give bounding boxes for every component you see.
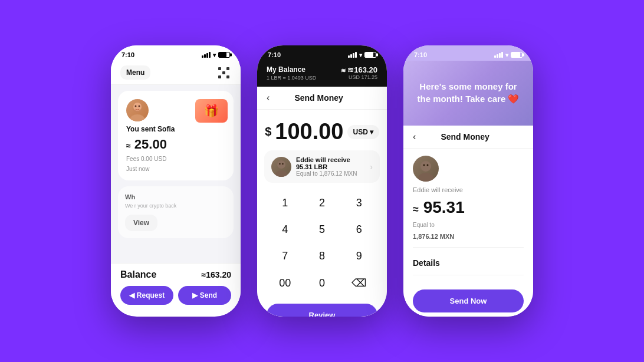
view-button[interactable]: View xyxy=(125,215,157,231)
battery-icon-2 xyxy=(364,52,376,58)
status-icons-2: ▾ xyxy=(348,52,376,58)
amount-section: $ 100.00 USD ▾ xyxy=(257,110,387,150)
svg-point-8 xyxy=(282,163,283,164)
phone3-nav: ‹ Send Money xyxy=(403,126,533,149)
balance-row: Balance ≈163.20 xyxy=(120,269,231,280)
status-bar-1: 7:10 ▾ xyxy=(111,45,241,61)
num-key-1[interactable]: 1 xyxy=(267,190,304,216)
status-time-1: 7:10 xyxy=(121,51,134,58)
svg-point-7 xyxy=(279,163,280,164)
recipient-equiv: Equal to 1,876.12 MXN xyxy=(296,170,365,177)
amount-display: 100.00 xyxy=(275,119,343,144)
send-money-title: Send Money xyxy=(274,93,363,103)
phone1-content: You sent Sofia ≈ 25.00 Fees 0.00 USD Jus… xyxy=(111,85,241,263)
currency-selector[interactable]: USD ▾ xyxy=(347,125,379,139)
num-key-9[interactable]: 9 xyxy=(340,243,377,269)
signal-icon xyxy=(202,52,211,58)
approx-sign-lg: ≈ xyxy=(413,203,419,215)
request-button[interactable]: ◀ Request xyxy=(120,286,173,305)
details-label: Details xyxy=(413,258,524,268)
status-icons-1: ▾ xyxy=(202,52,230,58)
phone3-body: Here's some money for the month! Take ca… xyxy=(403,61,533,314)
phone1-body: Menu xyxy=(111,61,241,314)
equal-to-label: Equal to xyxy=(413,222,524,228)
send-money-title-3: Send Money xyxy=(420,132,510,141)
transaction-amount: ≈ 25.00 xyxy=(126,137,225,152)
avatar-eddie xyxy=(271,157,291,177)
svg-point-6 xyxy=(275,170,287,177)
my-balance-label: My Balance xyxy=(267,65,316,74)
back-button-3[interactable]: ‹ xyxy=(413,131,416,142)
balance-left: My Balance 1 LBR = 1.0493 USD xyxy=(267,65,316,81)
phone2-balance-bar: My Balance 1 LBR = 1.0493 USD ≋ ≋163.20 … xyxy=(257,61,387,87)
divider-1 xyxy=(413,247,524,248)
phone3-footer: Send Now xyxy=(403,285,533,317)
svg-point-9 xyxy=(420,161,431,172)
receive-amount: ≈ 95.31 xyxy=(413,198,524,217)
wifi-icon: ▾ xyxy=(213,52,216,58)
send-icon: ▶ xyxy=(192,291,198,300)
num-key-8[interactable]: 8 xyxy=(304,243,341,269)
promo-card: Wh We r your crypto back View xyxy=(118,186,234,238)
chevron-down-icon: ▾ xyxy=(370,128,373,136)
backspace-key[interactable]: ⌫ xyxy=(340,269,377,297)
phone1-footer: Balance ≈163.20 ◀ Request ▶ Send xyxy=(111,263,241,314)
svg-point-12 xyxy=(427,164,429,166)
phone-home: 7:10 ▾ Menu xyxy=(111,45,241,317)
recipient-card[interactable]: Eddie will receive 95.31 LBR Equal to 1,… xyxy=(264,150,380,183)
num-key-00[interactable]: 00 xyxy=(267,269,304,297)
svg-point-1 xyxy=(130,114,144,121)
promo-title: Wh xyxy=(125,193,226,200)
qr-icon[interactable] xyxy=(218,66,231,79)
transaction-fees: Fees 0.00 USD xyxy=(126,156,225,162)
status-time-2: 7:10 xyxy=(268,51,281,58)
transaction-card: You sent Sofia ≈ 25.00 Fees 0.00 USD Jus… xyxy=(118,91,234,180)
wifi-icon-2: ▾ xyxy=(359,52,362,58)
num-key-6[interactable]: 6 xyxy=(340,216,377,243)
svg-point-3 xyxy=(135,106,137,107)
action-buttons: ◀ Request ▶ Send xyxy=(120,286,231,305)
mxn-amount: 1,876.12 MXN xyxy=(413,233,524,240)
num-key-7[interactable]: 7 xyxy=(267,243,304,269)
back-button[interactable]: ‹ xyxy=(267,93,270,103)
balance-label: Balance xyxy=(120,269,156,280)
signal-icon-3 xyxy=(494,52,503,58)
phone-confirmation: 7:10 ▾ Here's some money for the month! … xyxy=(403,45,533,317)
phone2-body: My Balance 1 LBR = 1.0493 USD ≋ ≋163.20 … xyxy=(257,61,387,314)
svg-point-11 xyxy=(423,164,425,166)
num-key-4[interactable]: 4 xyxy=(267,216,304,243)
dollar-sign: $ xyxy=(265,125,271,139)
approx-sign: ≈ xyxy=(126,141,131,150)
recipient-name: Eddie will receive 95.31 LBR xyxy=(296,156,365,170)
battery-icon xyxy=(218,52,230,58)
phone2-footer: Review xyxy=(257,299,387,317)
hero-section: Here's some money for the month! Take ca… xyxy=(403,61,533,126)
balance-amount: ≈163.20 xyxy=(201,270,231,279)
hero-message: Here's some money for the month! Take ca… xyxy=(413,80,524,105)
promo-desc: We r your crypto back xyxy=(125,203,226,210)
review-button[interactable]: Review xyxy=(267,304,377,317)
num-key-2[interactable]: 2 xyxy=(304,190,341,216)
recipient-info: Eddie will receive 95.31 LBR Equal to 1,… xyxy=(296,156,365,177)
request-icon: ◀ xyxy=(129,291,134,300)
phone-send-money: 7:10 ▾ My Balance xyxy=(257,45,387,317)
num-key-5[interactable]: 5 xyxy=(304,216,341,243)
transaction-sender-label: You sent Sofia xyxy=(126,125,225,133)
send-button[interactable]: ▶ Send xyxy=(178,286,231,305)
send-now-button[interactable]: Send Now xyxy=(413,289,524,312)
phone2-nav: ‹ Send Money xyxy=(257,87,387,110)
menu-button[interactable]: Menu xyxy=(120,65,150,80)
phone3-content: Eddie will receive ≈ 95.31 Equal to 1,87… xyxy=(403,149,533,285)
avatar-eddie-lg xyxy=(413,156,439,182)
num-key-0[interactable]: 0 xyxy=(304,269,341,297)
gift-card-decoration: 🎁 xyxy=(195,99,228,123)
balance-info: My Balance 1 LBR = 1.0493 USD ≋ ≋163.20 … xyxy=(267,65,377,81)
exchange-rate: 1 LBR = 1.0493 USD xyxy=(267,75,316,81)
svg-point-4 xyxy=(139,106,140,107)
num-key-3[interactable]: 3 xyxy=(340,190,377,216)
signal-icon-2 xyxy=(348,52,357,58)
phones-container: 7:10 ▾ Menu xyxy=(111,45,533,317)
transaction-time: Just now xyxy=(126,166,225,172)
battery-icon-3 xyxy=(511,52,523,58)
avatar-sofia xyxy=(126,99,149,121)
